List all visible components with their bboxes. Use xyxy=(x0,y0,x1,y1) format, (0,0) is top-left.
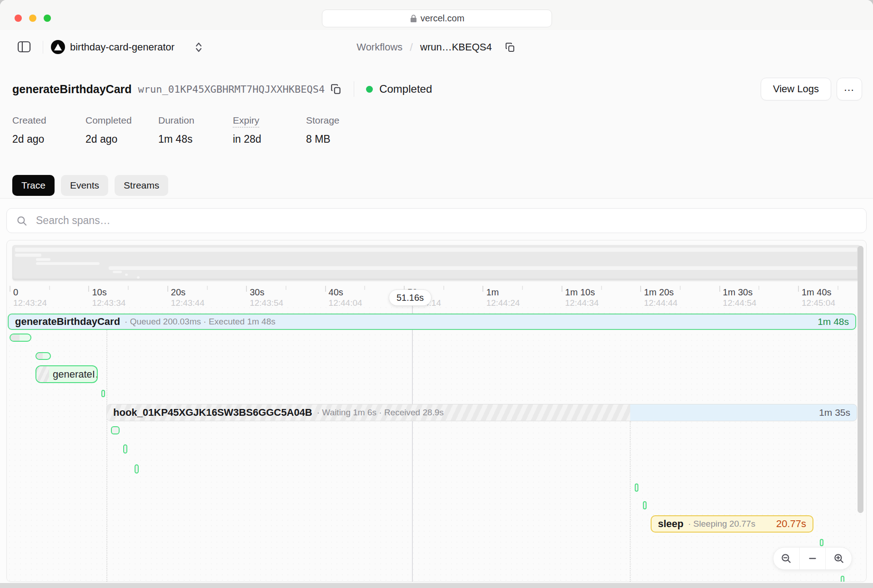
span-name: sleep xyxy=(658,518,683,530)
meta-created-value: 2d ago xyxy=(12,133,85,145)
meta-duration-label: Duration xyxy=(158,115,194,125)
timeline-tick xyxy=(482,286,483,292)
trace-panel: 012:43:2410s12:43:3420s12:43:4430s12:43:… xyxy=(6,240,867,582)
run-metadata: Created 2d ago Completed 2d ago Duration… xyxy=(12,115,340,145)
meta-expiry-value: in 28d xyxy=(233,133,306,145)
meta-storage-value: 8 MB xyxy=(306,133,340,145)
timeline-tick xyxy=(325,286,326,292)
trace-canvas: generateBirthdayCard · Queued 200.03ms ·… xyxy=(7,305,866,582)
trace-content: 012:43:2410s12:43:3420s12:43:4430s12:43:… xyxy=(0,199,873,588)
breadcrumb-separator: / xyxy=(410,41,413,54)
window-zoom-button[interactable] xyxy=(44,15,51,22)
span-tiny[interactable] xyxy=(123,444,127,453)
span-name: hook_01KP45XGJK16SW3BS6GGC5A04B xyxy=(113,407,312,419)
span-detail: · Waiting 1m 6s · Received 28.9s xyxy=(317,408,444,418)
breadcrumb: Workflows / wrun…KBEQS4 xyxy=(0,30,873,64)
timeline-minor-tick xyxy=(522,286,523,290)
timeline-tick xyxy=(798,286,799,292)
timeline-minor-tick xyxy=(443,286,444,290)
span-name: generateBirthdayCard xyxy=(15,316,120,328)
timeline-tick xyxy=(88,286,89,292)
meta-completed-label: Completed xyxy=(85,115,132,125)
trace-minimap[interactable] xyxy=(12,245,861,280)
span-tiny[interactable] xyxy=(841,576,844,582)
view-logs-button[interactable]: View Logs xyxy=(761,78,831,100)
search-bar[interactable] xyxy=(6,208,867,233)
tab-trace[interactable]: Trace xyxy=(12,175,55,196)
timeline-minor-tick xyxy=(364,286,365,290)
window-minimize-button[interactable] xyxy=(29,15,36,22)
page-title: generateBirthdayCard xyxy=(12,83,132,96)
meta-duration: Duration 1m 48s xyxy=(158,115,233,145)
copy-full-run-id-button[interactable] xyxy=(330,83,342,95)
address-bar[interactable]: vercel.com xyxy=(322,10,552,27)
header-actions: View Logs … xyxy=(761,78,862,100)
zoom-in-button[interactable] xyxy=(825,548,852,569)
lock-icon xyxy=(410,14,417,23)
span-tiny[interactable] xyxy=(643,501,647,509)
timeline-minor-tick xyxy=(758,286,759,290)
zoom-controls xyxy=(773,547,852,570)
timeline-tick xyxy=(562,286,562,292)
search-icon xyxy=(16,215,28,227)
breadcrumb-workflows-link[interactable]: Workflows xyxy=(356,41,402,53)
span-boundary-guide xyxy=(106,330,107,582)
timeline-axis: 012:43:2410s12:43:3420s12:43:4430s12:43:… xyxy=(7,286,866,305)
zoom-out-button[interactable] xyxy=(773,548,799,569)
timeline-minor-tick xyxy=(49,286,50,290)
span-tiny[interactable] xyxy=(820,539,823,546)
span-generate-birthday-card[interactable]: generateBirthdayCard · Queued 200.03ms ·… xyxy=(8,314,856,330)
status-dot xyxy=(366,86,373,93)
title-divider xyxy=(354,81,354,97)
span-detail: · Sleeping 20.77s xyxy=(688,519,755,529)
timeline-minor-tick xyxy=(838,286,838,290)
view-tabs: Trace Events Streams xyxy=(12,175,168,196)
timeline-cursor-badge[interactable]: 51.16s xyxy=(389,289,431,306)
browser-window: vercel.com birthday-card-generator Workf… xyxy=(0,0,873,588)
span-child-small[interactable] xyxy=(35,352,51,360)
tab-events[interactable]: Events xyxy=(61,175,108,196)
more-options-button[interactable]: … xyxy=(837,78,862,100)
window-bottom-edge xyxy=(0,583,873,588)
span-duration: 1m 48s xyxy=(818,316,849,327)
span-tiny[interactable] xyxy=(111,426,120,434)
span-tiny[interactable] xyxy=(135,464,139,473)
meta-duration-value: 1m 48s xyxy=(158,133,233,145)
vertical-scrollbar-thumb[interactable] xyxy=(858,246,863,513)
zoom-reset-button[interactable] xyxy=(799,548,826,569)
meta-completed-value: 2d ago xyxy=(85,133,158,145)
run-header: generateBirthdayCard wrun_01KP45XGBHRMT7… xyxy=(0,64,873,199)
meta-storage: Storage 8 MB xyxy=(306,115,340,145)
span-sleep[interactable]: sleep · Sleeping 20.77s 20.77s xyxy=(651,515,813,533)
timeline-minor-tick xyxy=(286,286,286,290)
url-text: vercel.com xyxy=(421,13,465,24)
search-input[interactable] xyxy=(35,214,866,227)
span-generate-image[interactable]: generateI… xyxy=(35,365,98,383)
timeline-tick xyxy=(640,286,641,292)
span-duration: 1m 35s xyxy=(819,407,850,418)
meta-created-label: Created xyxy=(12,115,46,125)
span-boundary-guide xyxy=(630,421,631,582)
browser-chrome: vercel.com xyxy=(0,0,873,30)
span-tiny[interactable] xyxy=(635,483,638,492)
copy-run-id-button[interactable] xyxy=(505,41,517,53)
meta-expiry-label[interactable]: Expiry xyxy=(233,115,259,128)
meta-completed: Completed 2d ago xyxy=(85,115,158,145)
span-hook[interactable]: hook_01KP45XGJK16SW3BS6GGC5A04B · Waitin… xyxy=(106,404,857,421)
span-name: generateI… xyxy=(53,369,98,380)
meta-expiry: Expiry in 28d xyxy=(233,115,306,145)
meta-storage-label: Storage xyxy=(306,115,340,125)
span-tiny[interactable] xyxy=(101,390,105,397)
status-badge: Completed xyxy=(379,83,432,95)
meta-created: Created 2d ago xyxy=(12,115,85,145)
run-title-row: generateBirthdayCard wrun_01KP45XGBHRMT7… xyxy=(12,78,432,100)
run-id-text: wrun_01KP45XGBHRMT7HQJXXHKBEQS4 xyxy=(138,84,325,95)
timeline-tick xyxy=(719,286,720,292)
timeline-minor-tick xyxy=(207,286,208,290)
span-child-small[interactable] xyxy=(10,334,31,342)
app-nav: birthday-card-generator Workflows / wrun… xyxy=(0,30,873,64)
timeline-minor-tick xyxy=(680,286,681,290)
span-detail: · Queued 200.03ms · Executed 1m 48s xyxy=(125,317,276,327)
tab-streams[interactable]: Streams xyxy=(115,175,168,196)
window-close-button[interactable] xyxy=(15,15,22,22)
